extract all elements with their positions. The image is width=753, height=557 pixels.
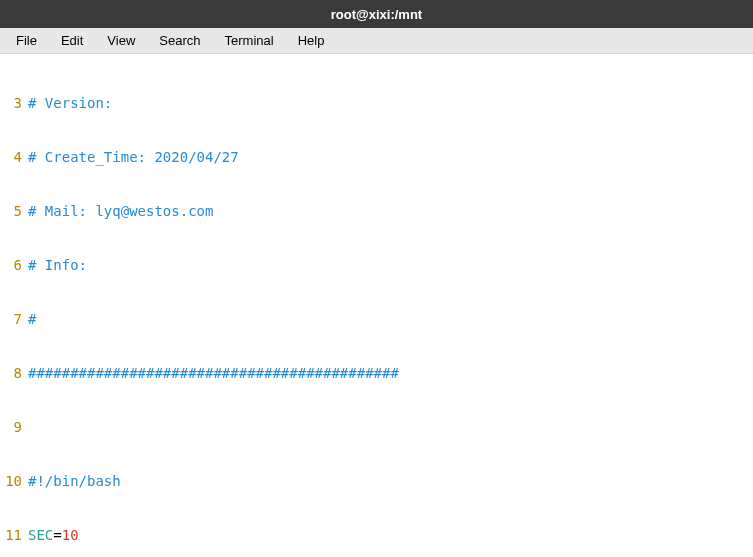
code-line: ########################################… xyxy=(28,364,753,382)
menu-file[interactable]: File xyxy=(4,29,49,52)
code-line: # xyxy=(28,310,753,328)
line-number: 11 xyxy=(0,526,28,544)
window-titlebar: root@xixi:/mnt xyxy=(0,0,753,28)
code-line: SEC=10 xyxy=(28,526,753,544)
code-line: #!/bin/bash xyxy=(28,472,753,490)
menu-terminal[interactable]: Terminal xyxy=(213,29,286,52)
menu-view[interactable]: View xyxy=(95,29,147,52)
code-editor[interactable]: 3# Version: 4# Create_Time: 2020/04/27 5… xyxy=(0,54,753,557)
code-line: # Mail: lyq@westos.com xyxy=(28,202,753,220)
line-number: 3 xyxy=(0,94,28,112)
menu-help[interactable]: Help xyxy=(286,29,337,52)
line-number: 9 xyxy=(0,418,28,436)
code-line: # Create_Time: 2020/04/27 xyxy=(28,148,753,166)
menubar: File Edit View Search Terminal Help xyxy=(0,28,753,54)
window-title: root@xixi:/mnt xyxy=(331,7,422,22)
code-line xyxy=(28,418,753,436)
line-number: 5 xyxy=(0,202,28,220)
code-line: # Info: xyxy=(28,256,753,274)
code-line: # Version: xyxy=(28,94,753,112)
menu-search[interactable]: Search xyxy=(147,29,212,52)
line-number: 10 xyxy=(0,472,28,490)
line-number: 4 xyxy=(0,148,28,166)
line-number: 6 xyxy=(0,256,28,274)
line-number: 7 xyxy=(0,310,28,328)
line-number: 8 xyxy=(0,364,28,382)
menu-edit[interactable]: Edit xyxy=(49,29,95,52)
